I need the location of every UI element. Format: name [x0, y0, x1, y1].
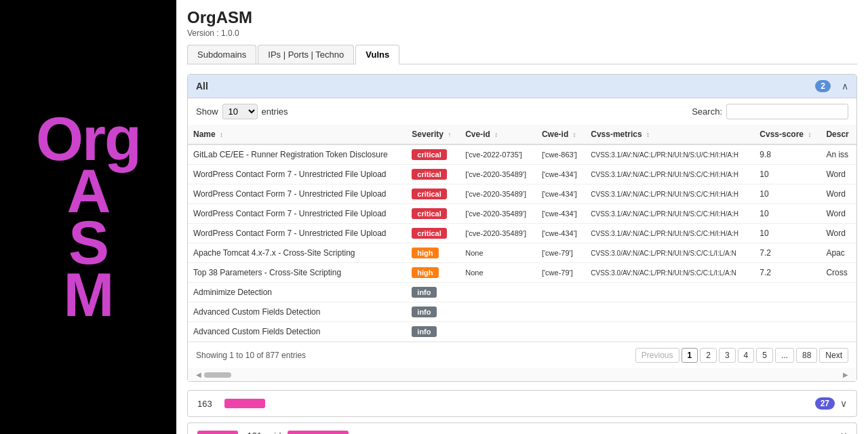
next-button[interactable]: Next: [819, 348, 848, 363]
bottom-section-1-left: 163: [197, 399, 265, 409]
cell-cwe: ['cwe-434']: [536, 204, 585, 224]
col-cwe[interactable]: Cwe-id ↕: [536, 125, 585, 144]
bottom-section-2-chevron[interactable]: ∨: [840, 430, 847, 434]
page-2-button[interactable]: 2: [700, 348, 717, 363]
prev-button[interactable]: Previous: [635, 348, 679, 363]
table-row: Adminimize Detection info: [188, 283, 856, 302]
cell-name: WordPress Contact Form 7 - Unrestricted …: [188, 204, 406, 224]
cell-cvss-metrics: CVSS:3.1/AV:N/AC:L/PR:N/UI:N/S:C/C:H/I:H…: [585, 224, 754, 243]
cell-cwe: ['cwe-79']: [536, 243, 585, 263]
cell-cvss-metrics: CVSS:3.1/AV:N/AC:L/PR:N/UI:N/S:C/C:H/I:H…: [585, 204, 754, 224]
chevron-up-icon[interactable]: ∧: [842, 81, 848, 92]
cell-description: Cross: [821, 263, 856, 283]
cell-cvss-score: [754, 283, 821, 302]
table-row: GitLab CE/EE - Runner Registration Token…: [188, 144, 856, 165]
tab-vulns[interactable]: Vulns: [355, 45, 399, 64]
tab-subdomains[interactable]: Subdomains: [187, 45, 256, 64]
cell-cve: [460, 322, 536, 342]
cell-description: Word: [821, 204, 856, 224]
table-row: WordPress Contact Form 7 - Unrestricted …: [188, 184, 856, 204]
cell-severity: critical: [406, 204, 460, 224]
table-row: Apache Tomcat 4.x-7.x - Cross-Site Scrip…: [188, 243, 856, 263]
col-cvss-score[interactable]: Cvss-score ↕: [754, 125, 821, 144]
logo-panel: OrgASM: [0, 0, 176, 434]
col-name[interactable]: Name ↕: [188, 125, 406, 144]
cell-description: Word: [821, 224, 856, 243]
table-container: Name ↕ Severity ↑ Cve-id ↕ Cwe-id ↕ Cvss…: [188, 125, 856, 342]
cell-cve: ['cve-2020-35489']: [460, 204, 536, 224]
cell-name: Advanced Custom Fields Detection: [188, 302, 406, 322]
cell-cwe: [536, 283, 585, 302]
cell-cve: ['cve-2020-35489']: [460, 224, 536, 243]
search-label: Search:: [692, 106, 722, 117]
entries-select[interactable]: 10 25 50 100: [222, 104, 258, 119]
bottom-section-1-chevron[interactable]: ∨: [840, 398, 847, 409]
bottom-section-1-right: 27 ∨: [815, 397, 847, 410]
cell-cvss-metrics: CVSS:3.0/AV:N/AC:L/PR:N/UI:N/S:C/C:L/I:L…: [585, 263, 754, 283]
cell-description: Word: [821, 184, 856, 204]
col-cvss-metrics[interactable]: Cvss-metrics ↕: [585, 125, 754, 144]
cell-cwe: [536, 322, 585, 342]
app-title: OrgASM: [187, 8, 857, 27]
cell-cvss-metrics: [585, 302, 754, 322]
cell-cwe: ['cwe-79']: [536, 263, 585, 283]
cell-name: WordPress Contact Form 7 - Unrestricted …: [188, 184, 406, 204]
cell-cve: None: [460, 243, 536, 263]
page-1-button[interactable]: 1: [682, 348, 698, 363]
tab-ips[interactable]: IPs | Ports | Techno: [258, 45, 354, 64]
scroll-right-arrow[interactable]: ▶: [843, 371, 848, 378]
table-row: Top 38 Parameters - Cross-Site Scripting…: [188, 263, 856, 283]
cell-cvss-metrics: CVSS:3.0/AV:N/AC:L/PR:N/UI:N/S:C/C:L/I:L…: [585, 243, 754, 263]
scroll-bar-row: ◀ ▶: [188, 368, 856, 381]
section-header-right: 2 ∧: [815, 80, 848, 92]
cell-description: Apac: [821, 243, 856, 263]
cell-severity: critical: [406, 165, 460, 184]
tab-bar: Subdomains IPs | Ports | Techno Vulns: [187, 45, 857, 64]
cell-cwe: [536, 302, 585, 322]
col-description: Descr: [821, 125, 856, 144]
search-input[interactable]: [726, 104, 848, 119]
search-box: Search:: [692, 104, 848, 119]
cell-cvss-score: 10: [754, 224, 821, 243]
cell-cvss-score: 10: [754, 204, 821, 224]
cell-name: Adminimize Detection: [188, 283, 406, 302]
scroll-left-arrow[interactable]: ◀: [196, 371, 201, 378]
bottom-section-1-number: 163: [197, 399, 218, 409]
pagination-row: Showing 1 to 10 of 877 entries Previous …: [188, 342, 856, 368]
cell-name: Advanced Custom Fields Detection: [188, 322, 406, 342]
table-header-row: Name ↕ Severity ↑ Cve-id ↕ Cwe-id ↕ Cvss…: [188, 125, 856, 144]
cell-cve: [460, 283, 536, 302]
bottom-section-2-bar-left: [197, 431, 238, 434]
cell-cwe: ['cwe-434']: [536, 165, 585, 184]
cell-severity: high: [406, 263, 460, 283]
bottom-section-1: 163 27 ∨: [187, 390, 857, 417]
table-row: WordPress Contact Form 7 - Unrestricted …: [188, 224, 856, 243]
cell-cve: ['cve-2022-0735']: [460, 144, 536, 165]
pagination-controls: Previous 1 2 3 4 5 ... 88 Next: [635, 348, 848, 363]
cell-cve: ['cve-2020-35489']: [460, 184, 536, 204]
section-header: All 2 ∧: [188, 75, 856, 98]
cell-cvss-score: 7.2: [754, 263, 821, 283]
show-label: Show: [196, 106, 218, 117]
col-cve[interactable]: Cve-id ↕: [460, 125, 536, 144]
cell-cvss-metrics: CVSS:3.1/AV:N/AC:L/PR:N/UI:N/S:U/C:H/I:H…: [585, 144, 754, 165]
page-5-button[interactable]: 5: [756, 348, 773, 363]
page-3-button[interactable]: 3: [719, 348, 736, 363]
cell-description: [821, 283, 856, 302]
page-4-button[interactable]: 4: [738, 348, 755, 363]
bottom-section-2-header: .101 - vid ∨: [188, 423, 856, 434]
controls-row: Show 10 25 50 100 entries Search:: [188, 98, 856, 125]
cell-cvss-score: 7.2: [754, 243, 821, 263]
cell-cvss-metrics: CVSS:3.1/AV:N/AC:L/PR:N/UI:N/S:C/C:H/I:H…: [585, 184, 754, 204]
page-88-button[interactable]: 88: [796, 348, 817, 363]
cell-name: WordPress Contact Form 7 - Unrestricted …: [188, 165, 406, 184]
cell-name: Apache Tomcat 4.x-7.x - Cross-Site Scrip…: [188, 243, 406, 263]
bottom-section-2-left: .101 - vid: [197, 431, 349, 435]
scroll-thumb[interactable]: [204, 372, 231, 378]
logo-text: OrgASM: [36, 113, 140, 321]
table-row: WordPress Contact Form 7 - Unrestricted …: [188, 165, 856, 184]
col-severity[interactable]: Severity ↑: [406, 125, 460, 144]
main-content: OrgASM Version : 1.0.0 Subdomains IPs | …: [176, 0, 868, 434]
cell-name: GitLab CE/EE - Runner Registration Token…: [188, 144, 406, 165]
bottom-section-1-badge: 27: [815, 397, 835, 410]
